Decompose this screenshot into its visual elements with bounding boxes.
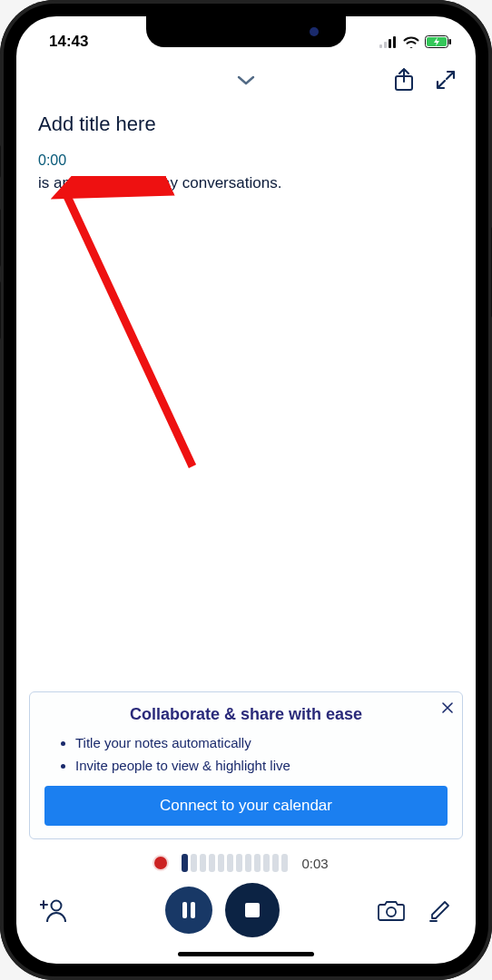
playback-controls xyxy=(165,883,280,937)
svg-rect-12 xyxy=(245,903,260,917)
stop-icon xyxy=(242,900,262,920)
wave-bar xyxy=(263,854,270,872)
wave-bar xyxy=(209,854,215,872)
highlight-pen-icon[interactable] xyxy=(428,898,452,922)
wave-bar xyxy=(245,854,251,872)
svg-rect-1 xyxy=(384,42,387,48)
volume-up-button xyxy=(0,209,1,267)
svg-point-13 xyxy=(387,907,396,916)
transcript-timestamp: 0:00 xyxy=(38,152,454,169)
close-icon[interactable] xyxy=(442,701,453,716)
pause-icon xyxy=(181,901,197,919)
wave-bar xyxy=(272,854,279,872)
volume-down-button xyxy=(0,281,1,339)
chevron-down-icon[interactable] xyxy=(236,74,256,86)
connect-calendar-button[interactable]: Connect to your calendar xyxy=(44,786,448,826)
note-title-input[interactable]: Add title here xyxy=(38,113,454,136)
waveform-bars xyxy=(182,854,288,872)
status-bar-right xyxy=(379,35,452,48)
header xyxy=(16,60,476,98)
promo-bullet: Title your notes automatically xyxy=(75,735,448,750)
wave-bar xyxy=(200,854,206,872)
svg-line-8 xyxy=(65,192,192,466)
add-person-icon[interactable] xyxy=(40,897,67,923)
wave-bar xyxy=(227,854,233,872)
annotation-arrow-icon xyxy=(38,176,220,485)
expand-icon[interactable] xyxy=(436,70,456,90)
recording-indicator-icon xyxy=(154,857,167,869)
main-content: Add title here 0:00 is an AI for everyda… xyxy=(16,98,476,691)
front-camera-icon xyxy=(310,27,319,36)
wave-bar xyxy=(191,854,197,872)
promo-title: Collaborate & share with ease xyxy=(44,705,448,724)
home-indicator[interactable] xyxy=(178,952,314,956)
promo-bullet: Invite people to view & highlight live xyxy=(75,758,448,773)
svg-rect-2 xyxy=(389,39,391,48)
wave-bar xyxy=(182,854,188,872)
promo-bullets: Title your notes automatically Invite pe… xyxy=(44,735,448,773)
svg-rect-6 xyxy=(449,39,452,44)
svg-rect-10 xyxy=(182,902,187,918)
elapsed-time: 0:03 xyxy=(302,856,339,871)
camera-icon[interactable] xyxy=(378,899,405,921)
svg-rect-0 xyxy=(379,44,382,48)
wifi-icon xyxy=(403,36,419,48)
pause-button[interactable] xyxy=(165,887,212,934)
battery-charging-icon xyxy=(425,35,452,48)
controls-row xyxy=(16,876,476,950)
stop-button[interactable] xyxy=(225,883,280,937)
wave-bar xyxy=(218,854,224,872)
notch xyxy=(146,16,346,47)
phone-frame: 14:43 xyxy=(0,0,492,980)
svg-rect-3 xyxy=(393,36,396,48)
mute-switch xyxy=(0,145,1,178)
wave-bar xyxy=(281,854,288,872)
share-icon[interactable] xyxy=(394,68,414,92)
waveform-row: 0:03 xyxy=(16,845,476,876)
status-time: 14:43 xyxy=(49,33,88,51)
transcript-line: is an AI for everyday conversations. xyxy=(38,172,454,194)
screen: 14:43 xyxy=(16,16,476,964)
cellular-icon xyxy=(379,36,398,48)
promo-card: Collaborate & share with ease Title your… xyxy=(29,691,463,839)
svg-rect-11 xyxy=(191,902,195,918)
wave-bar xyxy=(254,854,261,872)
svg-point-9 xyxy=(52,901,62,911)
wave-bar xyxy=(236,854,242,872)
